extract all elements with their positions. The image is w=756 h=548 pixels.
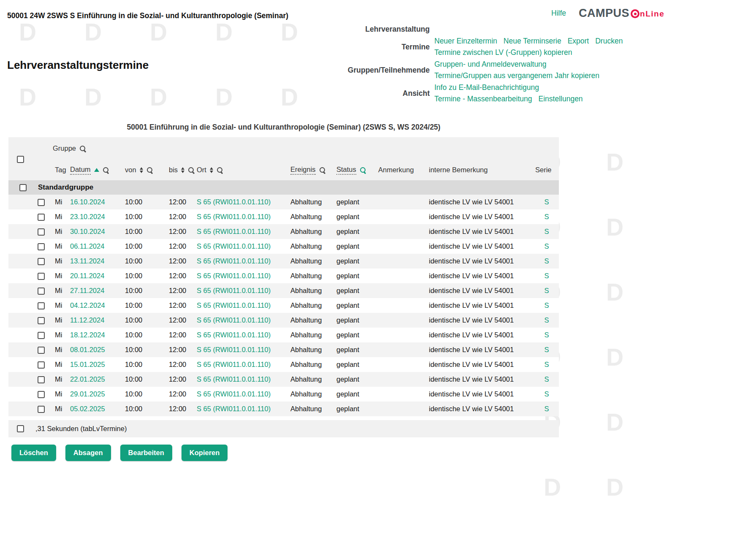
termin-datum-link[interactable]: 05.02.2025 <box>70 405 105 412</box>
loeschen-button[interactable]: Löschen <box>11 445 56 461</box>
termin-ort-link[interactable]: S 65 (RWI011.0.01.110) <box>197 375 271 383</box>
termin-datum-link[interactable]: 18.12.2024 <box>70 331 105 339</box>
termin-ort-link[interactable]: S 65 (RWI011.0.01.110) <box>197 390 271 398</box>
termin-datum-link[interactable]: 20.11.2024 <box>70 272 104 279</box>
termin-serie-link[interactable]: S <box>545 213 549 220</box>
menu-link[interactable]: Neuer Einzeltermin <box>434 35 497 47</box>
termin-datum-link[interactable]: 23.10.2024 <box>70 213 105 220</box>
row-checkbox[interactable] <box>38 347 45 354</box>
ereignis-search-icon[interactable] <box>319 167 326 174</box>
col-header-ort[interactable]: Ort <box>197 160 290 180</box>
row-checkbox[interactable] <box>38 391 45 398</box>
termin-ort-link[interactable]: S 65 (RWI011.0.01.110) <box>197 272 271 279</box>
absagen-button[interactable]: Absagen <box>65 445 111 461</box>
termin-serie-link[interactable]: S <box>545 316 549 324</box>
termin-datum-link[interactable]: 04.12.2024 <box>70 301 105 309</box>
row-checkbox[interactable] <box>38 376 45 383</box>
termin-datum-link[interactable]: 16.10.2024 <box>70 198 105 206</box>
termin-interne-bemerkung: identische LV wie LV 54001 <box>429 328 534 342</box>
kopieren-button[interactable]: Kopieren <box>182 445 228 461</box>
ort-search-icon[interactable] <box>217 167 223 174</box>
termin-ort-link[interactable]: S 65 (RWI011.0.01.110) <box>197 228 271 235</box>
select-all-cell <box>8 137 53 180</box>
watermark-letter: D <box>606 410 623 434</box>
termin-serie-link[interactable]: S <box>545 390 549 398</box>
termin-serie-link[interactable]: S <box>545 272 549 279</box>
termin-tag: Mi <box>53 342 70 357</box>
termin-ort-link[interactable]: S 65 (RWI011.0.01.110) <box>197 287 271 294</box>
gruppe-search-icon[interactable] <box>79 145 86 152</box>
termin-serie-link[interactable]: S <box>545 287 549 294</box>
menu-link[interactable]: Drucken <box>595 35 623 47</box>
termin-ort-link[interactable]: S 65 (RWI011.0.01.110) <box>197 301 271 309</box>
termin-ort-link[interactable]: S 65 (RWI011.0.01.110) <box>197 331 271 339</box>
menu-link[interactable]: Termine zwischen LV (-Gruppen) kopieren <box>434 47 572 59</box>
row-checkbox[interactable] <box>38 317 45 324</box>
termin-serie-link[interactable]: S <box>545 405 549 412</box>
termin-serie-link[interactable]: S <box>545 331 549 339</box>
row-checkbox[interactable] <box>38 406 45 413</box>
row-checkbox[interactable] <box>38 243 45 250</box>
col-header-status[interactable]: Status <box>336 160 378 180</box>
col-header-bis[interactable]: bis <box>169 160 197 180</box>
col-header-datum[interactable]: Datum <box>70 160 122 180</box>
col-header-tag[interactable]: Tag <box>53 160 70 180</box>
termin-serie-link[interactable]: S <box>545 301 549 309</box>
row-checkbox[interactable] <box>38 361 45 369</box>
termin-ort-link[interactable]: S 65 (RWI011.0.01.110) <box>197 198 271 206</box>
menu-link[interactable]: Gruppen- und Anmeldeverwaltung <box>434 59 547 71</box>
termin-serie-link[interactable]: S <box>545 198 549 206</box>
bis-search-icon[interactable] <box>188 167 195 174</box>
termin-serie-link[interactable]: S <box>545 242 549 250</box>
bearbeiten-button[interactable]: Bearbeiten <box>120 445 172 461</box>
termin-datum-link[interactable]: 11.12.2024 <box>70 316 104 324</box>
row-checkbox[interactable] <box>38 288 45 295</box>
termin-datum-link[interactable]: 22.01.2025 <box>70 375 105 383</box>
termin-ort-link[interactable]: S 65 (RWI011.0.01.110) <box>197 405 271 412</box>
select-all-checkbox[interactable] <box>17 156 24 163</box>
footer-checkbox[interactable] <box>17 425 24 432</box>
menu-link[interactable]: Info zu E-Mail-Benachrichtigung <box>434 82 539 94</box>
termin-serie-link[interactable]: S <box>545 375 549 383</box>
termin-ort-link[interactable]: S 65 (RWI011.0.01.110) <box>197 361 271 368</box>
status-search-icon[interactable] <box>360 167 366 174</box>
row-checkbox[interactable] <box>38 332 45 339</box>
row-checkbox[interactable] <box>38 199 45 206</box>
termin-serie-link[interactable]: S <box>545 257 549 265</box>
menu-link[interactable]: Neue Terminserie <box>504 35 561 47</box>
row-checkbox[interactable] <box>38 258 45 265</box>
termin-datum-link[interactable]: 30.10.2024 <box>70 228 105 235</box>
termin-serie-link[interactable]: S <box>545 361 549 368</box>
termin-von: 10:00 <box>122 402 169 416</box>
termin-status: geplant <box>336 372 378 387</box>
row-checkbox[interactable] <box>38 214 45 221</box>
termin-serie-link[interactable]: S <box>545 228 549 235</box>
termin-ort-link[interactable]: S 65 (RWI011.0.01.110) <box>197 346 271 353</box>
termin-datum-link[interactable]: 27.11.2024 <box>70 287 104 294</box>
termin-serie-link[interactable]: S <box>545 346 549 353</box>
menu-link[interactable]: Einstellungen <box>539 93 583 105</box>
col-header-von[interactable]: von <box>122 160 169 180</box>
von-search-icon[interactable] <box>146 167 153 174</box>
termin-ort-link[interactable]: S 65 (RWI011.0.01.110) <box>197 316 271 324</box>
menu-link[interactable]: Export <box>568 35 589 47</box>
termin-datum-link[interactable]: 13.11.2024 <box>70 257 104 265</box>
help-link[interactable]: Hilfe <box>551 9 566 18</box>
row-checkbox[interactable] <box>38 228 45 236</box>
row-checkbox[interactable] <box>38 273 45 280</box>
menu-link[interactable]: Termine/Gruppen aus vergangenem Jahr kop… <box>434 70 599 82</box>
watermark-letter: D <box>215 85 233 109</box>
row-checkbox[interactable] <box>38 302 45 309</box>
termin-ort-link[interactable]: S 65 (RWI011.0.01.110) <box>197 213 271 220</box>
datum-search-icon[interactable] <box>103 167 109 174</box>
table-footer-bar: ,31 Sekunden (tabLvTermine) <box>8 420 559 437</box>
termin-ort-link[interactable]: S 65 (RWI011.0.01.110) <box>197 242 271 250</box>
termin-ort-link[interactable]: S 65 (RWI011.0.01.110) <box>197 257 271 265</box>
col-header-ereignis[interactable]: Ereignis <box>290 160 336 180</box>
menu-link[interactable]: Termine - Massenbearbeitung <box>434 93 532 105</box>
termin-datum-link[interactable]: 29.01.2025 <box>70 390 105 398</box>
termin-datum-link[interactable]: 08.01.2025 <box>70 346 105 353</box>
termin-datum-link[interactable]: 06.11.2024 <box>70 242 104 250</box>
group-checkbox[interactable] <box>19 184 27 191</box>
termin-datum-link[interactable]: 15.01.2025 <box>70 361 105 368</box>
